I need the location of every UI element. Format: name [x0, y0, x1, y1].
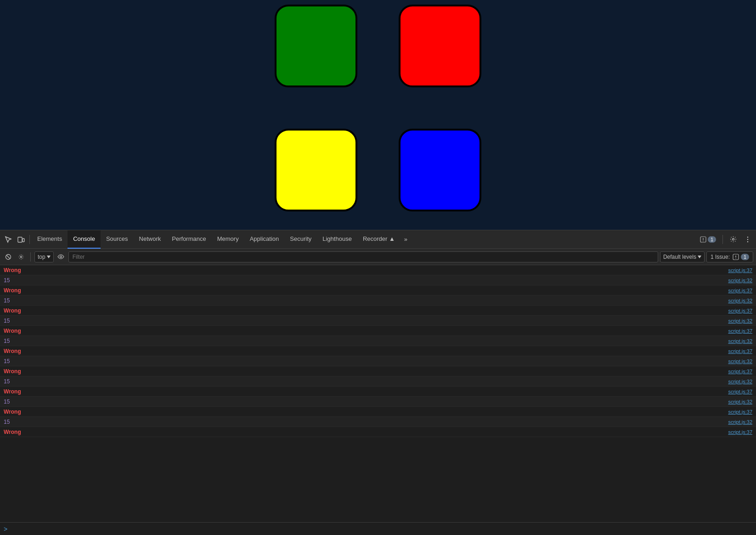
svg-point-12 [60, 256, 62, 258]
log-text: 15 [4, 297, 10, 304]
color-grid [275, 5, 481, 211]
inspect-element-icon[interactable] [2, 233, 15, 246]
console-input-row: > [0, 522, 756, 535]
console-output: Wrongscript.js:3715script.js:32Wrongscri… [0, 265, 756, 522]
log-source[interactable]: script.js:37 [728, 409, 752, 415]
svg-point-8 [747, 241, 748, 242]
devtools-panel: Elements Console Sources Network Perform… [0, 230, 756, 535]
log-source[interactable]: script.js:32 [728, 278, 752, 283]
yellow-box [275, 129, 357, 211]
log-source[interactable]: script.js:37 [728, 268, 752, 273]
log-text: Wrong [4, 328, 21, 334]
prompt-arrow: > [4, 525, 7, 533]
log-text: Wrong [4, 429, 21, 435]
green-box [275, 5, 357, 87]
console-row: Wrongscript.js:37 [0, 387, 756, 397]
log-source[interactable]: script.js:32 [728, 359, 752, 364]
log-text: Wrong [4, 409, 21, 415]
log-text: 15 [4, 338, 10, 344]
console-toolbar: top Default levels 1 Issue: [0, 249, 756, 265]
settings-icon[interactable] [727, 233, 739, 246]
console-filter-input[interactable] [68, 251, 658, 262]
svg-point-15 [735, 258, 736, 259]
devtools-tabs-bar: Elements Console Sources Network Perform… [0, 230, 756, 249]
tab-lighthouse[interactable]: Lighthouse [317, 230, 357, 249]
default-levels-button[interactable]: Default levels [660, 251, 705, 262]
tab-recorder[interactable]: Recorder ▲ [357, 230, 401, 249]
log-source[interactable]: script.js:32 [728, 399, 752, 404]
log-text: Wrong [4, 368, 21, 375]
console-row: 15script.js:32 [0, 275, 756, 285]
log-source[interactable]: script.js:37 [728, 328, 752, 334]
log-text: Wrong [4, 307, 21, 314]
console-input[interactable] [10, 526, 752, 532]
console-row: Wrongscript.js:37 [0, 366, 756, 376]
red-box [399, 5, 481, 87]
tab-elements[interactable]: Elements [32, 230, 68, 249]
log-source[interactable]: script.js:32 [728, 298, 752, 303]
console-row: Wrongscript.js:37 [0, 306, 756, 316]
log-text: 15 [4, 378, 10, 385]
log-source[interactable]: script.js:37 [728, 308, 752, 313]
log-text: Wrong [4, 267, 21, 273]
console-row: 15script.js:32 [0, 296, 756, 306]
tabs-right-actions: 1 [697, 233, 754, 246]
console-row: Wrongscript.js:37 [0, 326, 756, 336]
log-text: 15 [4, 318, 10, 324]
clear-console-icon[interactable] [3, 251, 14, 262]
console-row: Wrongscript.js:37 [0, 407, 756, 417]
eye-icon[interactable] [56, 251, 67, 262]
console-row: 15script.js:32 [0, 376, 756, 387]
console-row: 15script.js:32 [0, 336, 756, 346]
console-row: 15script.js:32 [0, 397, 756, 407]
tab-sources[interactable]: Sources [101, 230, 134, 249]
console-row: Wrongscript.js:37 [0, 285, 756, 296]
tab-security[interactable]: Security [284, 230, 317, 249]
log-text: Wrong [4, 287, 21, 294]
log-source[interactable]: script.js:37 [728, 288, 752, 293]
context-selector[interactable]: top [34, 251, 54, 262]
issues-badge: 1 [708, 236, 716, 243]
svg-point-4 [703, 240, 704, 241]
log-source[interactable]: script.js:37 [728, 369, 752, 374]
settings-console-icon[interactable] [16, 251, 27, 262]
log-source[interactable]: script.js:37 [728, 429, 752, 435]
console-row: 15script.js:32 [0, 417, 756, 427]
log-source[interactable]: script.js:32 [728, 379, 752, 384]
tab-console[interactable]: Console [68, 230, 101, 249]
log-source[interactable]: script.js:32 [728, 318, 752, 324]
console-row: 15script.js:32 [0, 356, 756, 366]
tab-application[interactable]: Application [244, 230, 285, 249]
svg-rect-1 [23, 239, 24, 242]
console-row: Wrongscript.js:37 [0, 265, 756, 275]
browser-content [0, 0, 756, 230]
issues-count-badge: 1 [741, 254, 749, 260]
console-issues-icon[interactable]: 1 [697, 233, 719, 246]
svg-point-11 [20, 256, 22, 258]
log-text: 15 [4, 358, 10, 364]
svg-point-7 [747, 239, 748, 239]
tab-network[interactable]: Network [134, 230, 167, 249]
tab-performance[interactable]: Performance [166, 230, 211, 249]
log-text: Wrong [4, 348, 21, 354]
tab-divider [29, 235, 30, 244]
more-options-icon[interactable] [741, 233, 754, 246]
svg-line-10 [6, 255, 10, 259]
log-text: 15 [4, 277, 10, 284]
log-source[interactable]: script.js:37 [728, 348, 752, 354]
svg-point-6 [747, 236, 748, 237]
console-row: Wrongscript.js:37 [0, 346, 756, 356]
svg-point-5 [732, 239, 734, 240]
tab-memory[interactable]: Memory [212, 230, 244, 249]
device-toolbar-icon[interactable] [15, 233, 28, 246]
log-source[interactable]: script.js:37 [728, 389, 752, 394]
log-text: 15 [4, 398, 10, 405]
console-row: 15script.js:32 [0, 316, 756, 326]
svg-rect-0 [18, 237, 22, 242]
console-row: Wrongscript.js:37 [0, 427, 756, 437]
log-source[interactable]: script.js:32 [728, 338, 752, 344]
log-source[interactable]: script.js:32 [728, 419, 752, 425]
issues-button[interactable]: 1 Issue: 1 [706, 251, 753, 262]
log-text: Wrong [4, 388, 21, 395]
more-tabs-button[interactable]: » [401, 230, 411, 249]
